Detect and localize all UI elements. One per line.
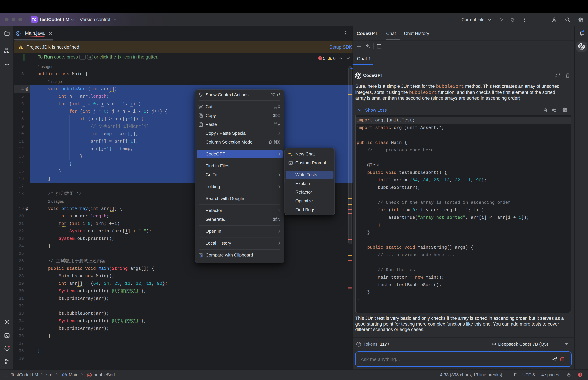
svg-text:m: m: [88, 373, 91, 377]
svg-text:C: C: [17, 32, 19, 35]
svg-text:?: ?: [358, 342, 360, 346]
svg-text:C: C: [63, 373, 66, 377]
